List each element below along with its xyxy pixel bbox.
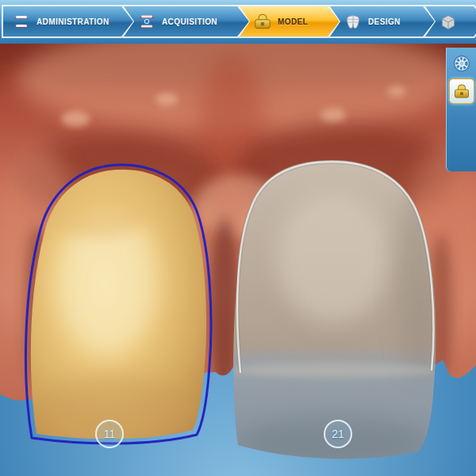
model-die-view-button[interactable] [449,79,474,104]
occlusal-arch-view-button[interactable] [449,51,474,76]
tab-design[interactable]: DESIGN [328,5,436,38]
dentures-icon [11,11,32,32]
workflow-header: ADMINISTRATION ACQUISITION [0,0,476,44]
dental-3d-scene[interactable] [0,44,476,476]
tab-model[interactable]: MODEL [238,5,341,38]
model-die-icon [252,11,273,32]
tab-acquisition[interactable]: ACQUISITION [122,5,251,38]
tab-model-label: MODEL [278,17,308,26]
occlusal-arch-icon [452,54,471,73]
tab-administration-label: ADMINISTRATION [36,17,109,26]
tab-acquisition-label: ACQUISITION [162,17,217,26]
tooth-label-21[interactable]: 21 [324,420,352,448]
application-window: 11 21 ADMINISTRATION [0,0,476,476]
acquisition-camera-icon [136,11,157,32]
milling-block-icon [438,11,459,32]
model-viewport[interactable] [0,44,476,476]
view-toolbar [446,48,476,171]
tooth-label-11[interactable]: 11 [95,420,124,448]
tooth-mesh-icon [343,11,363,32]
tab-design-label: DESIGN [368,17,401,26]
model-die-icon [452,82,471,101]
tab-administration[interactable]: ADMINISTRATION [2,5,135,38]
